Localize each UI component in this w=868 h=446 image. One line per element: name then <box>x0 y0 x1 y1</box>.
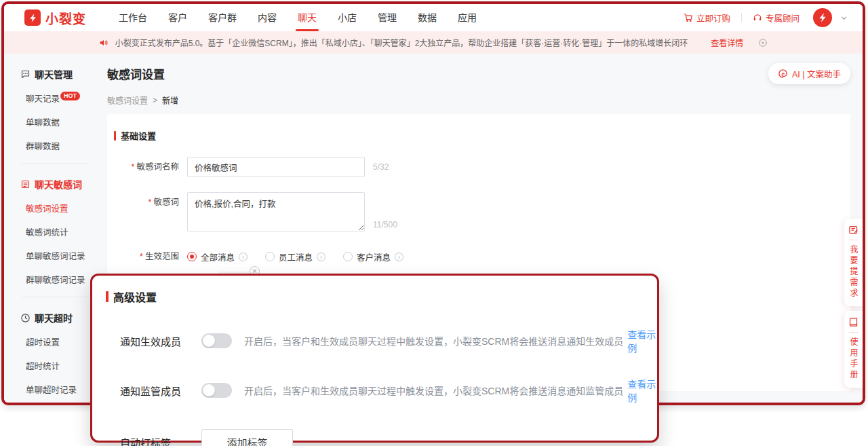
info-icon[interactable]: i <box>239 253 248 261</box>
sidebar-item-group-chat-sensitive-records[interactable]: 群聊敏感词记录 <box>26 273 92 286</box>
sidebar-item-chat-records[interactable]: 聊天记录HOT <box>26 92 92 105</box>
clock-icon <box>20 313 31 323</box>
required-asterisk: * <box>149 198 152 207</box>
notify-effective-members-toggle[interactable] <box>201 333 232 348</box>
nav-management[interactable]: 管理 <box>378 4 397 31</box>
top-navbar: 小裂变 工作台 客户 客户群 内容 聊天 小店 管理 数据 应用 立即订购 <box>4 4 863 31</box>
app-logo[interactable]: 小裂变 <box>24 9 86 27</box>
notify-effective-members-row: 通知生效成员 开启后，当客户和生效成员聊天过程中触发设置，小裂变SCRM将会推送… <box>106 327 657 354</box>
sidebar-item-timeout-settings[interactable]: 超时设置 <box>26 335 92 348</box>
logo-bolt-icon <box>24 10 41 26</box>
notify-supervisor-members-toggle[interactable] <box>201 383 232 398</box>
auto-tag-label: 自动打标签 <box>120 435 201 446</box>
feedback-tab[interactable]: 我要提需求 <box>844 219 863 306</box>
sidebar-item-sensitive-word-stats[interactable]: 敏感词统计 <box>26 225 92 238</box>
view-example-link[interactable]: 查看示例 <box>627 377 657 404</box>
sidebar-section-title: 聊天超时 <box>35 311 73 324</box>
manual-book-icon <box>848 317 859 327</box>
sidebar-item-group-chat-data[interactable]: 群聊数据 <box>26 139 92 152</box>
radio-icon[interactable] <box>343 252 353 261</box>
main-nav: 工作台 客户 客户群 内容 聊天 小店 管理 数据 应用 <box>119 4 477 31</box>
radio-customer-messages[interactable]: 客户消息 i <box>343 250 403 263</box>
nav-chat[interactable]: 聊天 <box>298 4 317 31</box>
subscribe-label: 立即订购 <box>696 12 730 24</box>
nav-shop[interactable]: 小店 <box>338 4 357 31</box>
nav-content[interactable]: 内容 <box>258 4 277 31</box>
notify-supervisor-members-row: 通知监管成员 开启后，当客户和生效成员聊天过程中触发设置，小裂变SCRM将会推送… <box>106 377 657 404</box>
required-asterisk: * <box>132 162 135 172</box>
basic-settings-header: 基础设置 <box>114 129 850 142</box>
auto-tag-row: 自动打标签 添加标签 <box>106 429 657 446</box>
words-char-counter: 11/500 <box>373 221 397 229</box>
tab-divider <box>849 240 858 240</box>
radio-label: 全部消息 <box>201 250 235 263</box>
sidebar-item-single-chat-timeout-records[interactable]: 单聊超时记录 <box>26 383 92 396</box>
subscribe-button[interactable]: 立即订购 <box>684 12 730 24</box>
sensitive-word-name-input[interactable] <box>187 157 365 177</box>
chevron-down-icon[interactable] <box>840 14 848 22</box>
radio-icon[interactable] <box>187 252 197 261</box>
logo-text: 小裂变 <box>45 9 86 27</box>
nav-workbench[interactable]: 工作台 <box>119 4 147 31</box>
advisor-button[interactable]: 专属顾问 <box>753 12 800 24</box>
ai-assistant-button[interactable]: AI | 文案助手 <box>768 63 850 84</box>
view-example-link[interactable]: 查看示例 <box>627 327 657 354</box>
section-accent-bar <box>114 131 116 141</box>
breadcrumb: 敏感词设置 > 新增 <box>107 94 850 106</box>
screenshot-stage: 小裂变 工作台 客户 客户群 内容 聊天 小店 管理 数据 应用 立即订购 <box>0 0 868 446</box>
radio-label: 客户消息 <box>357 250 391 263</box>
sidebar-items-chat-timeout: 超时设置 超时统计 单聊超时记录 群聊超时记录 <box>26 335 92 405</box>
user-avatar[interactable] <box>813 8 832 27</box>
announcement-close-icon[interactable] <box>758 38 768 48</box>
sidebar-divider <box>22 297 87 297</box>
field-label-text: 敏感词名称 <box>136 162 179 172</box>
add-tag-button[interactable]: 添加标签 <box>201 429 293 446</box>
speaker-icon <box>99 38 108 48</box>
required-asterisk: * <box>140 252 143 261</box>
breadcrumb-root[interactable]: 敏感词设置 <box>107 94 148 106</box>
breadcrumb-current: 新增 <box>162 94 178 106</box>
sidebar-section-title: 聊天管理 <box>35 67 73 81</box>
name-field-label: *敏感词名称 <box>114 157 179 177</box>
nav-apps[interactable]: 应用 <box>458 4 477 31</box>
hot-badge: HOT <box>60 92 80 100</box>
radio-icon[interactable] <box>265 252 275 261</box>
form-row-scope: *生效范围 全部消息 i 员工消息 i <box>114 246 850 267</box>
sidebar-items-sensitive-words: 敏感词设置 敏感词统计 单聊敏感词记录 群聊敏感词记录 <box>26 202 92 286</box>
radio-staff-messages[interactable]: 员工消息 i <box>265 250 326 263</box>
tab-divider <box>849 332 858 333</box>
sidebar-item-timeout-stats[interactable]: 超时统计 <box>26 359 92 372</box>
nav-data[interactable]: 数据 <box>418 4 437 31</box>
sidebar-section-title: 聊天敏感词 <box>35 177 82 191</box>
sensitive-words-textarea[interactable]: 价格,报价,合同，打款 <box>187 192 365 231</box>
field-label-text: 敏感词 <box>153 198 179 207</box>
chat-bubble-icon <box>20 69 31 79</box>
nav-customer-groups[interactable]: 客户群 <box>208 4 237 31</box>
sidebar-item-single-chat-sensitive-records[interactable]: 单聊敏感词记录 <box>26 249 92 262</box>
advanced-settings-title: 高级设置 <box>113 289 157 305</box>
notify-effective-members-label: 通知生效成员 <box>120 334 201 348</box>
notify-supervisor-members-label: 通知监管成员 <box>120 384 201 398</box>
info-icon[interactable]: i <box>395 253 403 261</box>
advisor-label: 专属顾问 <box>766 12 800 24</box>
radio-all-messages[interactable]: 全部消息 i <box>187 250 248 263</box>
announcement-bar: 小裂变正式发布产品5.0。基于「企业微信SCRM」，推出「私域小店」、「聊天管家… <box>4 31 863 54</box>
field-label-text: 生效范围 <box>145 252 179 261</box>
manual-tab-label: 使用手册 <box>848 337 859 381</box>
announcement-details-link[interactable]: 查看详情 <box>711 37 743 48</box>
nav-customers[interactable]: 客户 <box>168 4 187 31</box>
manual-tab[interactable]: 使用手册 <box>844 311 863 388</box>
headset-icon <box>753 13 762 22</box>
sidebar-item-single-chat-data[interactable]: 单聊数据 <box>26 115 92 128</box>
notify-effective-members-desc: 开启后，当客户和生效成员聊天过程中触发设置，小裂变SCRM将会推送消息通知生效成… <box>244 334 623 348</box>
sidebar: 聊天管理 聊天记录HOT 单聊数据 群聊数据 聊天敏感词 敏感词设置 敏感词统计 <box>4 54 92 403</box>
sidebar-section-chat-timeout: 聊天超时 <box>20 311 92 324</box>
scope-field-label: *生效范围 <box>114 246 179 267</box>
sidebar-item-sensitive-word-settings[interactable]: 敏感词设置 <box>26 202 92 215</box>
feedback-tab-label: 我要提需求 <box>848 245 859 299</box>
form-row-name: *敏感词名称 5/32 <box>114 157 850 177</box>
basic-settings-title: 基础设置 <box>121 129 156 142</box>
topbar-divider <box>741 13 742 22</box>
info-icon[interactable]: i <box>317 253 326 261</box>
sidebar-section-sensitive-words: 聊天敏感词 <box>20 177 92 191</box>
